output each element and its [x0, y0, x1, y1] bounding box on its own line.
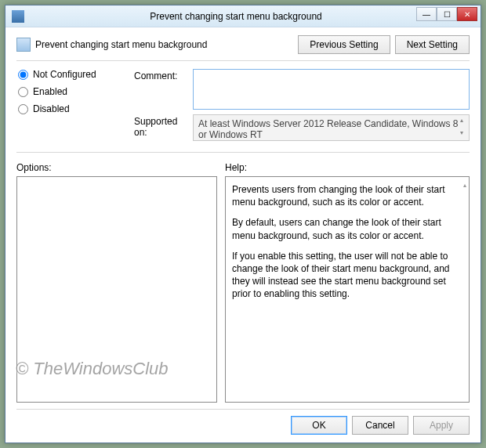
dialog-window: Prevent changing start menu background —… [5, 5, 481, 443]
radio-disabled-label: Disabled [33, 103, 70, 114]
dialog-footer: OK Cancel Apply [16, 409, 470, 435]
minimize-button[interactable]: — [416, 7, 437, 21]
supported-row: Supported on: At least Windows Server 20… [134, 114, 470, 141]
maximize-button[interactable]: ☐ [437, 7, 457, 21]
comment-label: Comment: [134, 69, 193, 81]
radio-disabled-input[interactable] [18, 104, 28, 114]
supported-on-box: At least Windows Server 2012 Release Can… [193, 114, 470, 141]
policy-titlebar-icon [12, 10, 24, 23]
radio-not-configured[interactable]: Not Configured [16, 69, 134, 80]
header-row: Prevent changing start menu background P… [16, 35, 470, 54]
help-paragraph: Prevents users from changing the look of… [232, 183, 455, 208]
close-button[interactable]: ✕ [457, 7, 477, 21]
radio-not-configured-label: Not Configured [33, 69, 96, 80]
help-label: Help: [225, 162, 247, 173]
supported-on-text: At least Windows Server 2012 Release Can… [198, 118, 459, 140]
policy-title: Prevent changing start menu background [35, 39, 293, 50]
ok-button[interactable]: OK [291, 416, 347, 435]
next-setting-button[interactable]: Next Setting [395, 35, 470, 54]
help-paragraph: If you enable this setting, the user wil… [232, 250, 455, 301]
content-area: Prevent changing start menu background P… [5, 27, 481, 443]
radio-enabled[interactable]: Enabled [16, 86, 134, 97]
help-scroll-up-icon[interactable]: ▴ [463, 182, 466, 190]
window-controls: — ☐ ✕ [416, 7, 477, 23]
config-section: Not Configured Enabled Disabled Comment: [16, 60, 470, 153]
chevron-up-icon[interactable]: ▴ [456, 117, 467, 126]
help-paragraph: By default, users can change the look of… [232, 216, 455, 241]
radio-not-configured-input[interactable] [18, 70, 28, 80]
comment-input[interactable] [193, 69, 470, 110]
options-label: Options: [16, 162, 225, 173]
titlebar[interactable]: Prevent changing start menu background —… [5, 5, 481, 27]
chevron-down-icon[interactable]: ▾ [456, 129, 467, 139]
radio-enabled-label: Enabled [33, 86, 67, 97]
window-title: Prevent changing start menu background [31, 11, 481, 22]
state-radios: Not Configured Enabled Disabled [16, 69, 134, 146]
cancel-button[interactable]: Cancel [352, 416, 408, 435]
options-panel [16, 176, 217, 403]
supported-label: Supported on: [134, 114, 193, 138]
panel-labels: Options: Help: [16, 162, 470, 173]
comment-row: Comment: [134, 69, 470, 110]
apply-button[interactable]: Apply [413, 416, 470, 435]
previous-setting-button[interactable]: Previous Setting [298, 35, 390, 54]
radio-enabled-input[interactable] [18, 87, 28, 97]
fields-column: Comment: Supported on: At least Windows … [134, 69, 470, 146]
policy-icon [16, 38, 31, 52]
radio-disabled[interactable]: Disabled [16, 103, 134, 114]
help-panel: ▴ Prevents users from changing the look … [225, 176, 470, 403]
panels-row: ▴ Prevents users from changing the look … [16, 176, 470, 403]
